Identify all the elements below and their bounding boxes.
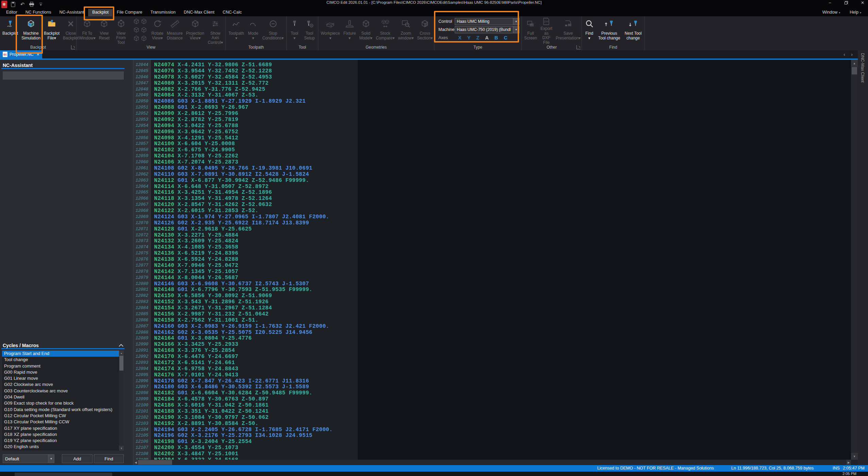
save-icon[interactable] [10, 1, 16, 8]
add-button[interactable]: Add [62, 454, 93, 463]
tab-scroll-right-icon[interactable]: › [851, 51, 853, 57]
nc-assistant-input[interactable] [3, 71, 124, 80]
dnc-max-client-tab[interactable]: DNC-Max Client [860, 53, 865, 83]
chevron-down-icon: ▾ [839, 11, 840, 14]
tab-scroll-left-icon[interactable]: ‹ [844, 51, 845, 57]
undo-icon[interactable]: ↶ [19, 1, 26, 8]
dialog-launcher-icon[interactable]: ↘ [577, 45, 581, 49]
code-line: 12096N24178 G02 X-7.847 Y-26.423 I-22.67… [133, 378, 851, 385]
group-label-geometries: Geometries [318, 45, 434, 50]
cimco-logo-icon[interactable]: ✻ [1, 1, 7, 8]
fixture-button[interactable]: Fixture ▾ [341, 16, 357, 45]
machine-button[interactable]: Machine Simulation [20, 16, 42, 45]
backplot-button[interactable]: Backplot File▾ [42, 16, 61, 45]
next-tool-button[interactable]: Next Tool change [622, 16, 644, 45]
tool-button[interactable]: Tool ▾ [287, 16, 301, 45]
list-item[interactable]: G17 XY plane specification [2, 425, 124, 431]
projection-button[interactable]: Projection View▾ [184, 16, 206, 45]
stop-button[interactable]: Stop Conditions▾ [260, 16, 286, 45]
menu-item-transmission[interactable]: Transmission [146, 9, 180, 16]
show-axis-button[interactable]: Show Axis Control▾ [206, 16, 225, 45]
print-icon[interactable] [29, 1, 35, 8]
cycles-list-scrollbar[interactable]: ▲ ▼ [119, 351, 124, 451]
nc-code-editor[interactable]: 12044N24074 X-4.2431 Y-32.9806 Z-51.6689… [133, 60, 851, 460]
minimize-icon[interactable]: – [827, 0, 833, 5]
menu-item-editor[interactable]: Editor [2, 9, 21, 16]
scroll-left-icon[interactable]: ◀ [133, 460, 138, 465]
view-from-button[interactable]: View From Tool [111, 16, 131, 45]
list-item[interactable]: G09 Exact stop check for one block [2, 400, 124, 406]
list-item[interactable]: Tool change [2, 357, 124, 363]
list-item[interactable]: G02 Clockwise arc move [2, 381, 124, 388]
scroll-down-icon[interactable]: ▼ [851, 453, 858, 460]
close-icon[interactable]: ✕ [859, 0, 866, 5]
restore-icon[interactable] [843, 0, 850, 5]
list-item[interactable]: G20 English units [2, 444, 124, 450]
dialog-launcher-icon[interactable]: ↘ [71, 45, 75, 49]
list-item[interactable]: G18 XZ plane specification [2, 431, 124, 438]
full-button[interactable]: Full Screen [522, 16, 539, 45]
list-item[interactable]: G13 Circular Pocket Milling CCW [2, 419, 124, 425]
chevron-down-icon[interactable]: ▼ [513, 18, 519, 25]
customize-icon[interactable] [38, 1, 44, 8]
stock-button[interactable]: Stock Compare▾ [374, 16, 396, 45]
axis-letter-a: A [485, 35, 488, 40]
tool-button[interactable]: Tool Setup [301, 16, 317, 45]
list-item[interactable]: Program comment [2, 363, 124, 369]
list-item[interactable]: G10 Data setting mode (Standard work off… [2, 407, 124, 413]
view-button[interactable]: View Reset [97, 16, 111, 45]
preset-dropdown[interactable]: Default ▼ [3, 454, 54, 463]
list-item[interactable]: G19 YZ plane specification [2, 438, 124, 444]
list-item[interactable]: Program Start and End [2, 351, 124, 357]
scroll-up-icon[interactable]: ▲ [119, 351, 124, 355]
control-dropdown[interactable]: Haas UMC Milling▼ [455, 18, 519, 25]
export-as-button[interactable]: DXFExport as DXF File [539, 16, 554, 45]
list-item[interactable]: G00 Rapid move [2, 369, 124, 375]
zoom-button[interactable]: Zoom window▾ [396, 16, 415, 45]
view-cubes-button[interactable] [131, 16, 150, 45]
axis-letter-y: Y [467, 35, 471, 40]
list-item[interactable]: G01 Linear move [2, 375, 124, 381]
cross-button[interactable]: Cross Section▾ [415, 16, 434, 45]
backplot-button[interactable]: Backplot [1, 16, 20, 45]
list-item[interactable]: G03 Counterclockwise arc move [2, 388, 124, 394]
mode-button[interactable]: Mode ▾ [246, 16, 260, 45]
editor-horizontal-scrollbar[interactable]: ◀ ▶ [133, 460, 851, 465]
collapse-chevron-icon[interactable] [118, 343, 124, 347]
workpiece-button[interactable]: Workpiece ▾ [319, 16, 341, 45]
scroll-thumb[interactable] [138, 460, 172, 465]
save-button[interactable]: Save Presentation▾ [554, 16, 582, 45]
menu-item-nc-assistant[interactable]: NC-Assistant [55, 9, 88, 16]
scroll-thumb[interactable] [119, 356, 123, 371]
list-item[interactable]: G12 Circular Pocket Milling CW [2, 413, 124, 419]
rotate-button[interactable]: Rotate View▾ [150, 16, 165, 45]
menu-item-help[interactable]: Help▾ [846, 9, 865, 16]
line-number: 12053 [133, 117, 151, 123]
scroll-up-icon[interactable]: ▲ [851, 60, 858, 67]
scroll-down-icon[interactable]: ▼ [119, 446, 124, 451]
taskbar-search-box[interactable] [15, 473, 112, 476]
menu-item-cnc-calc[interactable]: CNC-Calc [218, 9, 246, 16]
scroll-thumb[interactable] [852, 67, 857, 74]
toolpath-button[interactable]: Toolpath ▾ [227, 16, 246, 45]
menu-item-file-compare[interactable]: File Compare [113, 9, 146, 16]
menu-item-dnc-max-client[interactable]: DNC-Max Client [180, 9, 218, 16]
editor-vertical-scrollbar[interactable]: ▲ ▼ [851, 60, 858, 460]
scroll-right-icon[interactable]: ▶ [846, 460, 851, 465]
list-item[interactable]: G04 Dwell [2, 394, 124, 400]
previous-button[interactable]: Previous Tool change [596, 16, 622, 45]
line-number: 12101 [133, 409, 151, 415]
measure-button[interactable]: Measure Distance [165, 16, 184, 45]
chevron-down-icon[interactable]: ▼ [513, 27, 519, 33]
machine-dropdown[interactable]: Haas UMC-750 (2019) (Bundl▼ [455, 26, 519, 33]
menu-item-backplot[interactable]: Backplot [88, 9, 113, 16]
tab-propeller-nc[interactable]: G1 Propeller.NC ✕ [0, 50, 42, 58]
tab-close-icon[interactable]: ✕ [36, 52, 39, 57]
menu-item-window[interactable]: Window▾ [818, 9, 844, 16]
solid-button[interactable]: Solid Model▾ [357, 16, 374, 45]
code-text: N24096 X-3.0642 Y-25.6752 [151, 129, 238, 135]
find-button[interactable]: Find [94, 454, 124, 463]
fit-to-button[interactable]: Fit To Window▾ [77, 16, 97, 45]
menu-item-nc-functions[interactable]: NC Functions [21, 9, 55, 16]
find-button[interactable]: Find ▾ [583, 16, 596, 45]
